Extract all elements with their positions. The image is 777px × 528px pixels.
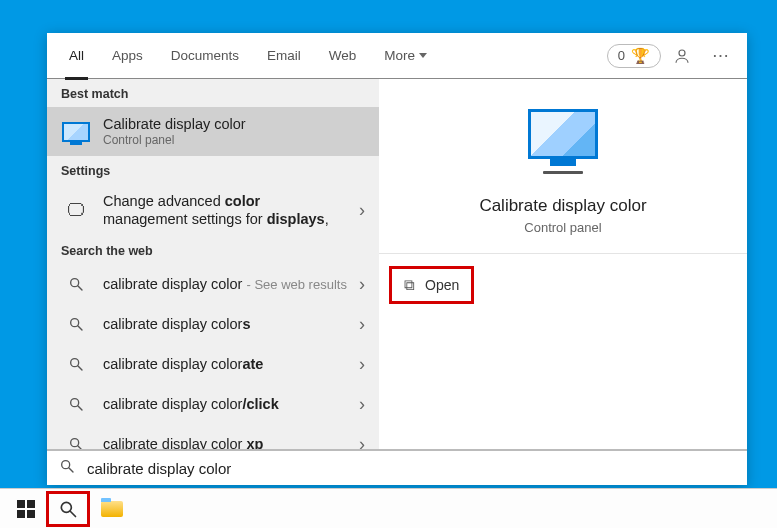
windows-logo-icon [17, 500, 35, 518]
preview-subtitle: Control panel [524, 220, 601, 235]
chevron-down-icon [419, 53, 427, 58]
tab-apps[interactable]: Apps [100, 33, 155, 78]
result-preview-pane: Calibrate display color Control panel ⧉ … [379, 79, 747, 449]
folder-icon [101, 501, 123, 517]
best-match-header: Best match [47, 79, 379, 107]
chevron-right-icon: › [359, 314, 369, 335]
result-title: calibrate display color/click [103, 395, 347, 413]
tab-more[interactable]: More [372, 33, 439, 78]
preview-title: Calibrate display color [479, 196, 646, 216]
search-icon [61, 272, 91, 296]
svg-point-11 [62, 461, 70, 469]
settings-result[interactable]: 🖵 Change advanced color management setti… [47, 184, 379, 236]
taskbar [0, 488, 777, 528]
web-result[interactable]: calibrate display color xp› [47, 424, 379, 449]
open-icon: ⧉ [404, 276, 415, 294]
svg-line-12 [69, 468, 73, 472]
taskbar-search-button[interactable] [46, 491, 90, 527]
more-options-icon[interactable]: ⋯ [703, 39, 737, 73]
chevron-right-icon: › [359, 354, 369, 375]
result-title: calibrate display colors [103, 315, 347, 333]
svg-point-5 [71, 359, 79, 367]
account-icon[interactable] [665, 39, 699, 73]
search-icon [61, 352, 91, 376]
windows-search-panel: All Apps Documents Email Web More 0 🏆 ⋯ … [47, 33, 747, 485]
search-icon [61, 392, 91, 416]
result-title: Calibrate display color [103, 115, 369, 133]
monitor-icon [528, 109, 598, 159]
start-button[interactable] [6, 489, 46, 529]
svg-line-4 [78, 326, 82, 330]
web-result[interactable]: calibrate display color - See web result… [47, 264, 379, 304]
rewards-count: 0 [618, 48, 625, 63]
results-list: Best match Calibrate display color Contr… [47, 79, 379, 449]
settings-header: Settings [47, 156, 379, 184]
svg-point-0 [679, 50, 685, 56]
svg-line-14 [71, 511, 76, 516]
desktop: All Apps Documents Email Web More 0 🏆 ⋯ … [0, 0, 777, 528]
svg-point-1 [71, 279, 79, 287]
result-title: calibrate display color xp [103, 435, 347, 449]
display-settings-icon: 🖵 [61, 198, 91, 222]
search-box[interactable] [47, 449, 747, 485]
tab-web[interactable]: Web [317, 33, 369, 78]
svg-point-13 [61, 502, 71, 512]
result-subtitle: Control panel [103, 133, 369, 148]
search-icon [61, 312, 91, 336]
rewards-badge[interactable]: 0 🏆 [607, 44, 661, 68]
tab-documents[interactable]: Documents [159, 33, 251, 78]
svg-line-6 [78, 366, 82, 370]
best-match-result[interactable]: Calibrate display color Control panel [47, 107, 379, 156]
search-input[interactable] [85, 459, 735, 478]
monitor-icon [61, 120, 91, 144]
search-web-header: Search the web [47, 236, 379, 264]
search-icon [61, 432, 91, 449]
trophy-icon: 🏆 [631, 47, 650, 65]
tab-all[interactable]: All [57, 33, 96, 78]
web-result[interactable]: calibrate display colorate› [47, 344, 379, 384]
result-title: calibrate display color - See web result… [103, 275, 347, 293]
svg-point-9 [71, 439, 79, 447]
web-result[interactable]: calibrate display colors› [47, 304, 379, 344]
chevron-right-icon: › [359, 274, 369, 295]
search-icon [59, 458, 75, 478]
result-title: calibrate display colorate [103, 355, 347, 373]
chevron-right-icon: › [359, 200, 369, 221]
open-button[interactable]: ⧉ Open [389, 266, 474, 304]
svg-point-7 [71, 399, 79, 407]
svg-point-3 [71, 319, 79, 327]
chevron-right-icon: › [359, 434, 369, 449]
svg-line-2 [78, 286, 82, 290]
tab-email[interactable]: Email [255, 33, 313, 78]
open-label: Open [425, 277, 459, 293]
svg-line-8 [78, 406, 82, 410]
result-title: Change advanced color management setting… [103, 192, 347, 228]
search-tabs: All Apps Documents Email Web More 0 🏆 ⋯ [47, 33, 747, 79]
file-explorer-button[interactable] [90, 489, 134, 529]
chevron-right-icon: › [359, 394, 369, 415]
web-result[interactable]: calibrate display color/click› [47, 384, 379, 424]
